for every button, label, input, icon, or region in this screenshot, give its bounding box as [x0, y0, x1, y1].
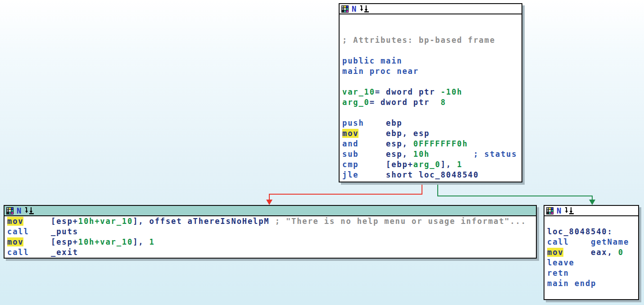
disassembly-code[interactable]: mov [esp+10h+var_10], offset aThereIsNoH… [5, 216, 536, 258]
token-op[interactable]: loc_8048540: [547, 227, 613, 236]
token-op[interactable]: = dword ptr [375, 87, 441, 96]
token-mn[interactable]: retn [547, 269, 569, 278]
token-num[interactable]: 0FFFFFFF0h [413, 139, 468, 148]
graph-node-fallthrough[interactable]: N mov [esp+10h+var_10], offset aThereIsN… [4, 205, 537, 259]
token-hl[interactable]: mov [7, 217, 23, 226]
disassembly-code[interactable]: ; Attributes: bp-based frame public main… [340, 14, 522, 180]
token-op[interactable]: eax, [563, 248, 618, 257]
code-line[interactable]: call _exit [7, 247, 536, 258]
graph-node-loc-8048540[interactable]: N loc_8048540:call getNamemov eax, 0leav… [544, 205, 639, 300]
token-mn[interactable]: leave [547, 258, 575, 267]
code-line[interactable]: mov ebp, esp [342, 128, 522, 139]
token-op[interactable]: ], [440, 160, 457, 169]
token-hl[interactable]: mov [547, 248, 563, 257]
token-mn[interactable]: main proc near [342, 67, 419, 76]
branch-not-taken-arrowhead-icon [266, 200, 272, 205]
code-line[interactable] [342, 108, 522, 118]
token-mn[interactable]: call [7, 227, 29, 236]
token-op[interactable]: [ebp+ [358, 160, 413, 169]
token-mn[interactable]: call [7, 248, 29, 257]
code-line[interactable]: leave [547, 258, 638, 268]
token-op[interactable] [569, 237, 591, 246]
jump-arrows-icon[interactable] [359, 5, 369, 13]
token-op[interactable] [430, 150, 473, 159]
node-title-bar[interactable]: N [544, 206, 638, 216]
token-mn[interactable]: public main [342, 56, 402, 65]
token-op[interactable]: _puts [29, 227, 78, 236]
code-line[interactable]: public main [342, 56, 522, 66]
graph-node-entry[interactable]: N ; Attributes: bp-based frame public ma… [339, 3, 522, 182]
token-gray[interactable]: ; Attributes: bp-based frame [342, 36, 495, 45]
graph-view-canvas[interactable]: N ; Attributes: bp-based frame public ma… [0, 0, 644, 305]
code-line[interactable]: arg_0= dword ptr 8 [342, 97, 522, 108]
token-mn[interactable]: call [547, 237, 569, 246]
code-line[interactable] [342, 77, 522, 87]
token-op[interactable]: ebp [364, 118, 403, 127]
code-line[interactable]: mov [esp+10h+var_10], offset aThereIsNoH… [7, 216, 536, 227]
token-op[interactable]: ], [133, 237, 149, 246]
token-num[interactable]: 10h+var_10 [78, 237, 133, 246]
token-mn[interactable]: sub [342, 150, 358, 159]
token-num[interactable]: var_10 [342, 87, 375, 96]
jump-arrows-icon[interactable] [564, 207, 574, 214]
token-mn[interactable]: main endp [547, 279, 596, 288]
token-op[interactable]: = dword ptr [370, 98, 441, 107]
token-op[interactable]: _exit [29, 248, 78, 257]
token-num[interactable]: 1 [150, 237, 155, 246]
token-mn[interactable]: ; status [473, 150, 517, 159]
token-num[interactable]: arg_0 [413, 160, 441, 169]
token-num[interactable]: 0 [618, 248, 624, 257]
node-name-icon[interactable]: N [17, 207, 21, 214]
node-color-grid-icon[interactable] [341, 5, 349, 13]
token-op[interactable]: [esp+ [23, 237, 78, 246]
code-line[interactable]: call _puts [7, 227, 536, 237]
code-line[interactable] [342, 25, 522, 35]
code-line[interactable]: mov [esp+10h+var_10], 1 [7, 237, 536, 247]
token-num[interactable]: -10h [440, 87, 463, 96]
node-title-bar-current[interactable]: N [5, 206, 536, 216]
token-num[interactable]: 10h+var_10 [78, 217, 133, 226]
token-mn[interactable]: getName [591, 237, 629, 246]
node-color-grid-icon[interactable] [6, 207, 14, 214]
code-line[interactable] [547, 216, 638, 227]
code-line[interactable]: loc_8048540: [547, 227, 638, 237]
jump-arrows-icon[interactable] [24, 207, 34, 214]
token-op[interactable]: [esp+ [23, 217, 78, 226]
node-color-grid-icon[interactable] [546, 207, 553, 214]
token-op[interactable]: ebp, esp [358, 129, 430, 138]
token-op[interactable]: esp, [358, 150, 413, 159]
code-line[interactable]: ; Attributes: bp-based frame [342, 35, 522, 46]
code-line[interactable] [342, 46, 522, 56]
code-line[interactable]: var_10= dword ptr -10h [342, 87, 522, 97]
token-op[interactable]: short loc_8048540 [358, 170, 479, 179]
code-line[interactable] [342, 14, 522, 25]
token-num[interactable]: arg_0 [342, 98, 370, 107]
token-num[interactable]: 1 [457, 160, 463, 169]
code-line[interactable]: push ebp [342, 118, 522, 128]
node-name-icon[interactable]: N [557, 207, 561, 214]
token-mn[interactable]: cmp [342, 160, 358, 169]
token-num[interactable]: 8 [440, 98, 446, 107]
token-op[interactable]: ], offset aThereIsNoHelpM [133, 217, 275, 226]
token-num[interactable]: 10h [413, 150, 430, 159]
node-name-icon[interactable]: N [352, 5, 356, 13]
code-line[interactable]: call getName [547, 237, 638, 247]
node-title-bar[interactable]: N [340, 4, 522, 14]
code-line[interactable]: jle short loc_8048540 [342, 170, 522, 180]
code-line[interactable] [547, 289, 638, 299]
token-gray[interactable]: ; "There is no help menu or usage inform… [275, 217, 526, 226]
code-line[interactable]: main proc near [342, 66, 522, 77]
token-op[interactable]: esp, [358, 139, 413, 148]
token-hl[interactable]: mov [7, 237, 23, 246]
disassembly-code[interactable]: loc_8048540:call getNamemov eax, 0leaver… [544, 216, 638, 299]
token-mn[interactable]: jle [342, 170, 358, 179]
token-hl[interactable]: mov [342, 129, 358, 138]
code-line[interactable]: sub esp, 10h ; status [342, 149, 522, 159]
code-line[interactable]: cmp [ebp+arg_0], 1 [342, 159, 522, 170]
code-line[interactable]: and esp, 0FFFFFFF0h [342, 139, 522, 149]
code-line[interactable]: retn [547, 268, 638, 278]
token-mn[interactable]: and [342, 139, 358, 148]
code-line[interactable]: mov eax, 0 [547, 247, 638, 258]
token-mn[interactable]: push [342, 118, 364, 127]
code-line[interactable]: main endp [547, 278, 638, 289]
